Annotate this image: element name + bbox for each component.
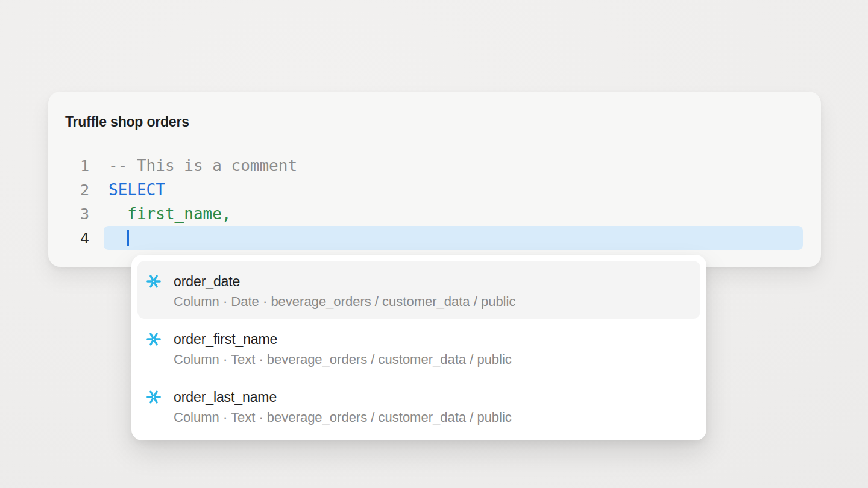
code-line-3[interactable]: 3 first_name, bbox=[65, 202, 803, 226]
autocomplete-item-title: order_date bbox=[174, 272, 515, 290]
line-number: 1 bbox=[65, 157, 89, 175]
text-cursor bbox=[127, 230, 129, 246]
autocomplete-item[interactable]: order_first_nameColumn · Text · beverage… bbox=[137, 319, 700, 377]
code-editor[interactable]: 1-- This is a comment2SELECT3 first_name… bbox=[65, 154, 803, 250]
snowflake-icon bbox=[146, 331, 162, 347]
autocomplete-item-subtitle: Column · Text · beverage_orders / custom… bbox=[174, 349, 512, 370]
code-line-1[interactable]: 1-- This is a comment bbox=[65, 154, 803, 178]
snowflake-icon bbox=[146, 389, 162, 405]
autocomplete-item-title: order_first_name bbox=[174, 330, 512, 348]
code-line-content: -- This is a comment bbox=[104, 154, 803, 178]
autocomplete-item-title: order_last_name bbox=[174, 388, 512, 406]
code-token: first_name, bbox=[108, 205, 231, 223]
line-number: 3 bbox=[65, 205, 89, 223]
code-token: SELECT bbox=[108, 181, 165, 199]
sql-editor-card: Truffle shop orders 1-- This is a commen… bbox=[48, 92, 821, 267]
code-line-content bbox=[104, 226, 803, 250]
line-number: 2 bbox=[65, 181, 89, 199]
autocomplete-item-subtitle: Column · Date · beverage_orders / custom… bbox=[174, 292, 515, 312]
code-line-content: SELECT bbox=[104, 178, 803, 202]
snowflake-icon bbox=[146, 274, 162, 289]
line-number: 4 bbox=[65, 230, 89, 247]
autocomplete-item[interactable]: order_dateColumn · Date · beverage_order… bbox=[137, 261, 700, 319]
code-line-4[interactable]: 4 bbox=[65, 226, 803, 250]
autocomplete-item-text: order_dateColumn · Date · beverage_order… bbox=[174, 261, 515, 312]
worksheet-title: Truffle shop orders bbox=[65, 114, 189, 130]
autocomplete-item[interactable]: order_last_nameColumn · Text · beverage_… bbox=[137, 377, 700, 434]
code-token: -- This is a comment bbox=[108, 157, 297, 175]
autocomplete-item-subtitle: Column · Text · beverage_orders / custom… bbox=[174, 407, 512, 428]
code-line-2[interactable]: 2SELECT bbox=[65, 178, 803, 202]
autocomplete-item-text: order_last_nameColumn · Text · beverage_… bbox=[174, 377, 512, 428]
autocomplete-dropdown: order_dateColumn · Date · beverage_order… bbox=[131, 255, 706, 440]
autocomplete-item-text: order_first_nameColumn · Text · beverage… bbox=[174, 319, 512, 370]
code-line-content: first_name, bbox=[104, 202, 803, 226]
